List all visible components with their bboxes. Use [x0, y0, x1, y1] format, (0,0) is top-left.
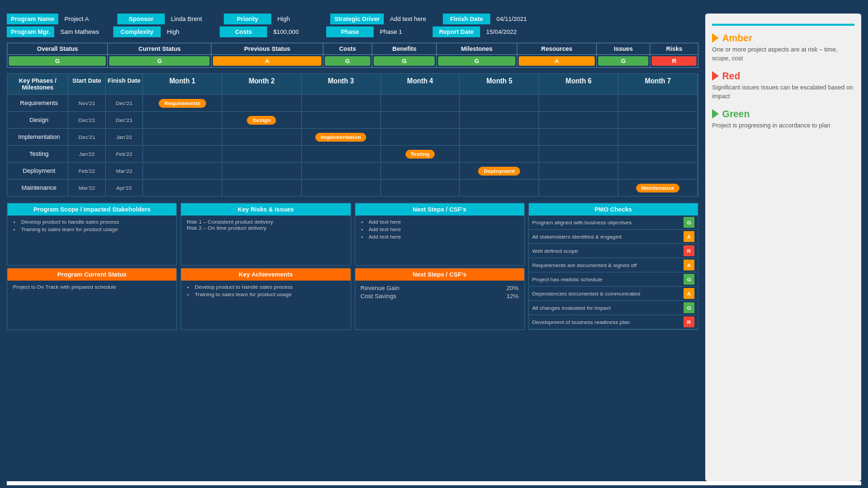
- bottom-card-list-item: Develop product to handle sales process: [21, 219, 171, 225]
- info-value: Add text here: [386, 14, 440, 24]
- status-header-cell: Costs: [323, 43, 372, 55]
- legend-item: GreenProject is progressing in accordanc…: [712, 108, 854, 130]
- pmo-row: Dependencies documented & communicatedA: [529, 287, 698, 301]
- info-label: Strategic Driver: [330, 14, 384, 24]
- bottom-card-header: Key Risks & Issues: [181, 203, 350, 216]
- bottom-card-body: Develop product to handle sales processT…: [7, 216, 176, 256]
- gantt-finish-date: Dec'21: [106, 95, 143, 111]
- info-label: Costs: [220, 26, 267, 37]
- pmo-badge: A: [684, 260, 694, 270]
- gantt-header-cell: Month 3: [302, 74, 381, 94]
- bottom-card: Program Current StatusProject is On Trac…: [7, 268, 177, 331]
- info-cell: SponsorLinda Brent: [117, 14, 221, 24]
- legend-label: Red: [722, 70, 740, 81]
- gantt-row: RequirementsNov'21Dec'21Requirements: [7, 95, 698, 112]
- status-value-cell: G: [323, 55, 372, 68]
- kv-key: Revenue Gain: [361, 285, 400, 291]
- info-cell: Costs$100,000: [220, 26, 323, 37]
- gantt-finish-date: Feb'22: [106, 146, 143, 162]
- gantt-month-cell: [460, 95, 539, 111]
- info-value: High: [273, 14, 328, 24]
- pmo-badge: G: [684, 274, 694, 285]
- gantt-chart: Key Phases / MilestonesStart DateFinish …: [7, 73, 698, 197]
- status-badge: R: [652, 56, 696, 66]
- status-badge: G: [598, 56, 648, 66]
- info-cell: Strategic DriverAdd text here: [330, 14, 440, 24]
- pmo-row: All stakeholders identified & engagedA: [529, 230, 698, 244]
- info-label: Program Name: [7, 14, 58, 24]
- footer-note: [7, 481, 861, 485]
- pmo-row: All changes evaluated for impactG: [529, 301, 698, 315]
- pmo-row-text: Well defined scope: [532, 248, 578, 254]
- gantt-header-cell: Key Phases / Milestones: [7, 74, 68, 94]
- gantt-row: DesignDec'21Dec'21Design: [7, 112, 698, 129]
- gantt-month-cell: Design: [222, 112, 302, 128]
- gantt-month-cell: [460, 180, 539, 196]
- gantt-header-cell: Month 7: [618, 74, 698, 94]
- gantt-start-date: Feb'22: [68, 163, 106, 179]
- gantt-header-cell: Month 5: [460, 74, 539, 94]
- gantt-bar: Maintenance: [636, 184, 679, 192]
- info-section: Program NameProject ASponsorLinda BrentP…: [7, 14, 698, 39]
- gantt-bar: Requirements: [159, 99, 205, 108]
- pmo-row: Project has realistic scheduleG: [529, 272, 698, 287]
- status-badge: G: [374, 56, 435, 66]
- bottom-card-header: Next Steps / CSF's: [355, 268, 524, 281]
- legend-title: Amber: [712, 33, 854, 43]
- status-value-cell: A: [517, 55, 597, 68]
- bottom-card: Key Risks & IssuesRisk 1 – Consistent pr…: [180, 203, 351, 266]
- gantt-finish-date: Mar'22: [106, 163, 143, 179]
- status-header-cell: Issues: [597, 43, 650, 55]
- pmo-row-text: Development of business readiness plan: [532, 319, 630, 325]
- gantt-row: MaintenanceMar'22Apr'22Maintenance: [7, 180, 698, 196]
- info-label: Report Date: [433, 26, 480, 37]
- legend-description: One or more project aspects are at risk …: [712, 45, 854, 62]
- bottom-card-body: Add text hereAdd text hereAdd text here: [355, 216, 524, 256]
- gantt-row: ImplementationDec'21Jan'22Implementation: [7, 129, 698, 146]
- bottom-card-column: Key Risks & IssuesRisk 1 – Consistent pr…: [180, 203, 351, 330]
- gantt-month-cell: [222, 129, 302, 145]
- bottom-card-list-item: Training to sales team for product usage: [195, 291, 344, 298]
- gantt-bar: Design: [247, 116, 276, 125]
- info-value: Linda Brent: [167, 14, 221, 24]
- status-value-cell: G: [597, 55, 650, 68]
- status-header-cell: Resources: [517, 43, 597, 55]
- right-panel: AmberOne or more project aspects are at …: [705, 14, 861, 481]
- gantt-month-cell: Implementation: [302, 129, 381, 145]
- gantt-month-cell: [222, 163, 302, 179]
- info-cell: PhasePhase 1: [326, 26, 430, 37]
- gantt-header-cell: Month 2: [222, 74, 302, 94]
- bottom-card-header: Next Steps / CSF's: [355, 203, 524, 216]
- bottom-card-header: Key Achievements: [181, 268, 350, 281]
- gantt-finish-date: Apr'22: [106, 180, 143, 196]
- gantt-header-cell: Month 6: [539, 74, 618, 94]
- status-value-cell: G: [437, 55, 517, 68]
- pmo-row: Program aligned with business objectives…: [529, 216, 698, 230]
- pmo-body: Program aligned with business objectives…: [529, 216, 698, 329]
- gantt-start-date: Dec'21: [68, 129, 106, 145]
- gantt-start-date: Nov'21: [68, 95, 106, 111]
- info-label: Program Mgr.: [7, 26, 54, 37]
- gantt-phase-name: Implementation: [7, 129, 68, 145]
- gantt-row: TestingJan'22Feb'22Testing: [7, 146, 698, 163]
- kv-value: 12%: [507, 293, 519, 300]
- kv-row: Revenue Gain20%: [361, 284, 519, 292]
- gantt-month-cell: [618, 146, 698, 162]
- pmo-badge: R: [684, 245, 694, 256]
- gantt-month-cell: [539, 146, 618, 162]
- gantt-month-cell: [302, 95, 381, 111]
- gantt-start-date: Mar'22: [68, 180, 106, 196]
- legend-description: Project is progressing in accordance to …: [712, 121, 854, 130]
- info-value: 04/11/2021: [492, 14, 547, 24]
- info-value: 15/04/2022: [482, 26, 536, 37]
- gantt-finish-date: Jan'22: [106, 129, 143, 145]
- bottom-card-body: Revenue Gain20%Cost Savings12%: [355, 281, 524, 321]
- info-cell: Program NameProject A: [7, 14, 115, 24]
- legend-label: Green: [722, 108, 749, 119]
- bottom-card-header: Program Scope / Impacted Stakeholders: [7, 203, 176, 216]
- info-label: Priority: [224, 14, 271, 24]
- pmo-badge: A: [684, 231, 694, 242]
- gantt-phase-name: Testing: [7, 146, 68, 162]
- legend-title: Red: [712, 70, 854, 81]
- gantt-month-cell: [222, 95, 302, 111]
